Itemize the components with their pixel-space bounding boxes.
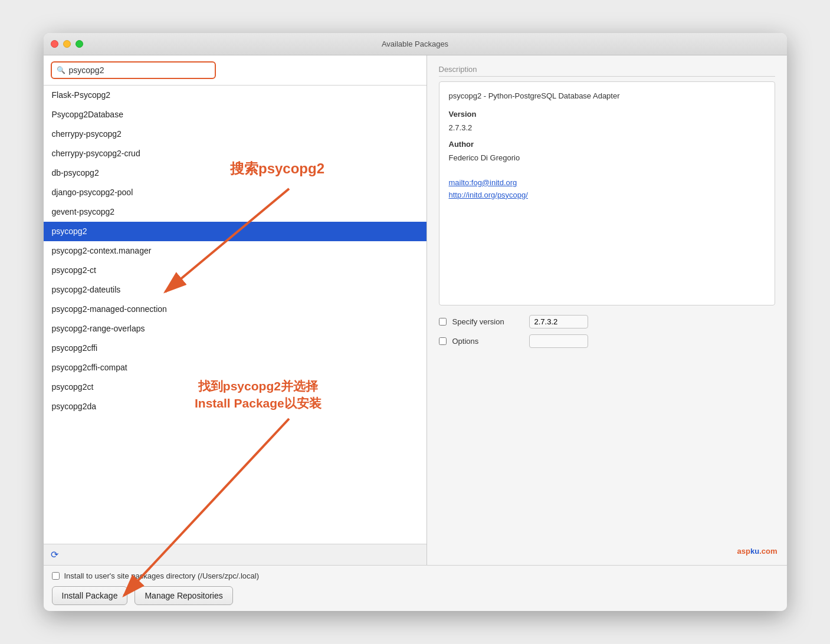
package-item[interactable]: django-psycopg2-pool — [44, 183, 427, 202]
title-bar: Available Packages — [44, 33, 787, 55]
package-item[interactable]: psycopg2cffi — [44, 339, 427, 358]
window-title: Available Packages — [382, 40, 448, 48]
list-footer: ⟳ — [44, 544, 427, 565]
action-buttons: Install Package Manage Repositories — [52, 586, 779, 605]
search-wrapper: 🔍 — [51, 61, 216, 79]
watermark: aspku.com — [737, 547, 777, 556]
specify-version-row: Specify version — [439, 315, 775, 328]
description-title: Description — [439, 65, 775, 77]
specify-version-input[interactable] — [529, 315, 588, 328]
options-row: Options — [439, 334, 775, 348]
main-window: Available Packages 🔍 Flask-Psycopg2Psyco… — [44, 33, 787, 611]
version-options: Specify version Options — [427, 305, 787, 363]
desc-version-label: Version — [449, 109, 765, 121]
watermark-text3: .com — [759, 547, 777, 556]
specify-version-label: Specify version — [452, 317, 529, 326]
search-icon: 🔍 — [57, 66, 65, 74]
watermark-text1: asp — [737, 547, 750, 556]
package-item[interactable]: gevent-psycopg2 — [44, 202, 427, 222]
package-item[interactable]: psycopg2da — [44, 397, 427, 416]
options-input[interactable] — [529, 334, 588, 348]
right-panel: Description psycopg2 - Python-PostgreSQL… — [427, 55, 787, 565]
package-item[interactable]: psycopg2-context.manager — [44, 241, 427, 261]
left-panel: 🔍 Flask-Psycopg2Psycopg2Databasecherrypy… — [44, 55, 427, 565]
bottom-bar: Install to user's site packages director… — [44, 565, 787, 611]
manage-repositories-button[interactable]: Manage Repositories — [134, 586, 232, 605]
desc-package-name: psycopg2 - Python-PostgreSQL Database Ad… — [449, 90, 765, 103]
package-item[interactable]: psycopg2ct — [44, 377, 427, 397]
desc-version-value: 2.7.3.2 — [449, 123, 473, 132]
package-item[interactable]: psycopg2-range-overlaps — [44, 319, 427, 339]
install-user-label: Install to user's site packages director… — [64, 571, 260, 580]
minimize-button[interactable] — [63, 40, 71, 48]
desc-link2[interactable]: http://initd.org/psycopg/ — [449, 189, 765, 202]
package-item[interactable]: cherrypy-psycopg2 — [44, 124, 427, 144]
package-item[interactable]: db-psycopg2 — [44, 163, 427, 183]
specify-version-checkbox[interactable] — [439, 318, 447, 326]
search-input[interactable] — [69, 65, 199, 75]
install-user-checkbox[interactable] — [52, 572, 60, 580]
package-item[interactable]: Psycopg2Database — [44, 105, 427, 124]
package-item[interactable]: psycopg2cffi-compat — [44, 358, 427, 377]
watermark-text2: ku — [750, 547, 759, 556]
options-checkbox[interactable] — [439, 337, 447, 345]
package-item[interactable]: Flask-Psycopg2 — [44, 86, 427, 105]
options-label: Options — [452, 337, 529, 346]
install-to-user-row: Install to user's site packages director… — [52, 571, 779, 580]
package-item[interactable]: psycopg2-managed-connection — [44, 300, 427, 319]
package-item[interactable]: psycopg2 — [44, 222, 427, 241]
desc-author-label: Author — [449, 139, 765, 151]
desc-author-value: Federico Di Gregorio — [449, 153, 520, 162]
search-bar: 🔍 — [44, 55, 427, 86]
maximize-button[interactable] — [76, 40, 83, 48]
package-list: Flask-Psycopg2Psycopg2Databasecherrypy-p… — [44, 86, 427, 544]
refresh-icon[interactable]: ⟳ — [51, 549, 58, 560]
package-item[interactable]: psycopg2-dateutils — [44, 280, 427, 300]
package-item[interactable]: cherrypy-psycopg2-crud — [44, 144, 427, 163]
install-package-button[interactable]: Install Package — [52, 586, 128, 605]
close-button[interactable] — [51, 40, 58, 48]
description-section: Description psycopg2 - Python-PostgreSQL… — [427, 55, 787, 305]
desc-link1[interactable]: mailto:fog@initd.org — [449, 177, 765, 189]
traffic-lights — [51, 40, 83, 48]
main-content: 🔍 Flask-Psycopg2Psycopg2Databasecherrypy… — [44, 55, 787, 565]
package-item[interactable]: psycopg2-ct — [44, 261, 427, 280]
description-box: psycopg2 - Python-PostgreSQL Database Ad… — [439, 81, 775, 305]
